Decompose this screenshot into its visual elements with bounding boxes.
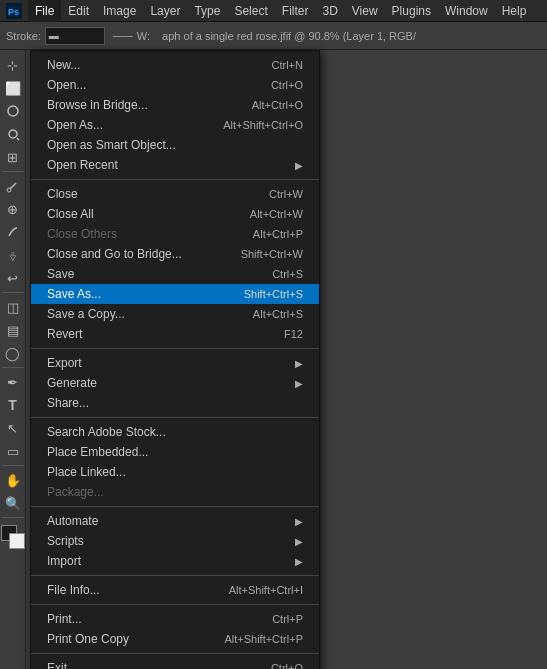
svg-point-6 <box>7 188 11 192</box>
menu-new[interactable]: New... Ctrl+N <box>31 55 319 75</box>
tool-separator-4 <box>2 465 24 466</box>
menubar-view[interactable]: View <box>345 0 385 22</box>
menubar-layer[interactable]: Layer <box>143 0 187 22</box>
menu-save-copy[interactable]: Save a Copy... Alt+Ctrl+S <box>31 304 319 324</box>
separator-7 <box>31 653 319 654</box>
separator-3 <box>31 417 319 418</box>
menu-place-embedded[interactable]: Place Embedded... <box>31 442 319 462</box>
menu-open-smart-object[interactable]: Open as Smart Object... <box>31 135 319 155</box>
menubar-type[interactable]: Type <box>187 0 227 22</box>
menu-generate[interactable]: Generate ▶ <box>31 373 319 393</box>
tool-separator-2 <box>2 292 24 293</box>
svg-point-2 <box>8 106 18 116</box>
separator-4 <box>31 506 319 507</box>
brush-tool[interactable] <box>2 221 24 243</box>
menu-save[interactable]: Save Ctrl+S <box>31 264 319 284</box>
lasso-tool[interactable] <box>2 100 24 122</box>
menu-place-linked[interactable]: Place Linked... <box>31 462 319 482</box>
menu-print-one-copy[interactable]: Print One Copy Alt+Shift+Ctrl+P <box>31 629 319 649</box>
separator-1 <box>31 179 319 180</box>
menu-browse-bridge[interactable]: Browse in Bridge... Alt+Ctrl+O <box>31 95 319 115</box>
dodge-tool[interactable]: ◯ <box>2 342 24 364</box>
separator-5 <box>31 575 319 576</box>
shape-tool[interactable]: ▭ <box>2 440 24 462</box>
clone-tool[interactable]: ⎀ <box>2 244 24 266</box>
menu-automate[interactable]: Automate ▶ <box>31 511 319 531</box>
svg-point-3 <box>9 130 17 138</box>
menu-close-all[interactable]: Close All Alt+Ctrl+W <box>31 204 319 224</box>
path-select-tool[interactable]: ↖ <box>2 417 24 439</box>
menu-export[interactable]: Export ▶ <box>31 353 319 373</box>
dash-icon: —— <box>113 30 133 41</box>
zoom-tool[interactable]: 🔍 <box>2 492 24 514</box>
svg-text:Ps: Ps <box>8 7 19 17</box>
select-tool[interactable]: ⬜ <box>2 77 24 99</box>
quick-select-tool[interactable] <box>2 123 24 145</box>
stroke-box[interactable]: ▬ <box>45 27 105 45</box>
tool-separator-5 <box>2 517 24 518</box>
document-title: aph of a single red rose.jfif @ 90.8% (L… <box>162 30 416 42</box>
text-tool[interactable]: T <box>2 394 24 416</box>
menu-close-bridge[interactable]: Close and Go to Bridge... Shift+Ctrl+W <box>31 244 319 264</box>
eraser-tool[interactable]: ◫ <box>2 296 24 318</box>
pen-tool[interactable]: ✒ <box>2 371 24 393</box>
tool-separator-1 <box>2 171 24 172</box>
history-tool[interactable]: ↩ <box>2 267 24 289</box>
eyedropper-tool[interactable] <box>2 175 24 197</box>
menu-package: Package... <box>31 482 319 502</box>
stroke-label: Stroke: <box>6 30 41 42</box>
menubar: Ps File Edit Image Layer Type Select Fil… <box>0 0 547 22</box>
main-area: ⊹ ⬜ ⊞ ⊕ ⎀ ↩ ◫ ▤ ◯ <box>0 50 547 669</box>
menu-close[interactable]: Close Ctrl+W <box>31 184 319 204</box>
menu-search-stock[interactable]: Search Adobe Stock... <box>31 422 319 442</box>
menubar-window[interactable]: Window <box>438 0 495 22</box>
w-label: W: <box>137 30 150 42</box>
gradient-tool[interactable]: ▤ <box>2 319 24 341</box>
move-tool[interactable]: ⊹ <box>2 54 24 76</box>
svg-line-5 <box>10 183 16 189</box>
menubar-plugins[interactable]: Plugins <box>385 0 438 22</box>
menu-open-recent[interactable]: Open Recent ▶ <box>31 155 319 175</box>
ps-logo: Ps <box>4 1 24 21</box>
menu-import[interactable]: Import ▶ <box>31 551 319 571</box>
menu-share[interactable]: Share... <box>31 393 319 413</box>
heal-tool[interactable]: ⊕ <box>2 198 24 220</box>
menubar-filter[interactable]: Filter <box>275 0 316 22</box>
menubar-file[interactable]: File <box>28 0 61 22</box>
menu-open-as[interactable]: Open As... Alt+Shift+Ctrl+O <box>31 115 319 135</box>
menu-exit[interactable]: Exit Ctrl+Q <box>31 658 319 669</box>
separator-2 <box>31 348 319 349</box>
menubar-image[interactable]: Image <box>96 0 143 22</box>
tool-separator-3 <box>2 367 24 368</box>
menu-print[interactable]: Print... Ctrl+P <box>31 609 319 629</box>
menubar-help[interactable]: Help <box>495 0 534 22</box>
menu-close-others: Close Others Alt+Ctrl+P <box>31 224 319 244</box>
crop-tool[interactable]: ⊞ <box>2 146 24 168</box>
menubar-select[interactable]: Select <box>227 0 274 22</box>
hand-tool[interactable]: ✋ <box>2 469 24 491</box>
svg-line-4 <box>17 138 19 140</box>
color-swatches[interactable] <box>1 525 25 553</box>
menu-scripts[interactable]: Scripts ▶ <box>31 531 319 551</box>
menubar-edit[interactable]: Edit <box>61 0 96 22</box>
toolbar: Stroke: ▬ —— W: aph of a single red rose… <box>0 22 547 50</box>
menu-revert[interactable]: Revert F12 <box>31 324 319 344</box>
tools-panel: ⊹ ⬜ ⊞ ⊕ ⎀ ↩ ◫ ▤ ◯ <box>0 50 26 669</box>
menubar-3d[interactable]: 3D <box>315 0 344 22</box>
file-menu: New... Ctrl+N Open... Ctrl+O Browse in B… <box>30 50 320 669</box>
menu-open[interactable]: Open... Ctrl+O <box>31 75 319 95</box>
background-color[interactable] <box>9 533 25 549</box>
menu-save-as[interactable]: Save As... Shift+Ctrl+S <box>31 284 319 304</box>
separator-6 <box>31 604 319 605</box>
menu-file-info[interactable]: File Info... Alt+Shift+Ctrl+I <box>31 580 319 600</box>
